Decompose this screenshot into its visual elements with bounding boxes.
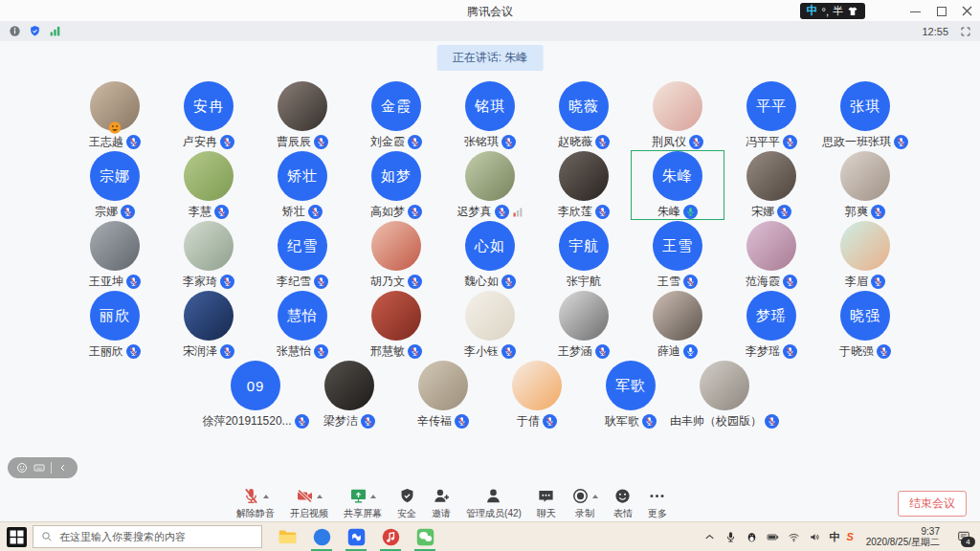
participant-name: 梁梦洁 — [323, 413, 358, 430]
collapse-chevron-icon[interactable] — [57, 462, 69, 474]
taskbar-clock[interactable]: 9:37 2020/8/25/星期二 — [866, 526, 940, 547]
toolbar-item-mic-off[interactable]: 解除静音 — [236, 485, 275, 520]
participant-tile[interactable]: 宗娜宗娜 — [68, 150, 162, 220]
participant-tile[interactable]: 李家琦 — [162, 220, 256, 290]
participant-tile[interactable]: 薛迪 — [631, 290, 724, 360]
participant-tile[interactable]: 梁梦洁 — [302, 360, 396, 430]
security-shield-icon[interactable] — [29, 25, 41, 37]
participant-tile[interactable]: 纪雪李纪雪 — [256, 220, 349, 290]
participant-tile[interactable]: 由丰帅（校园版） — [678, 360, 771, 430]
caret-up-icon[interactable] — [263, 495, 269, 498]
participant-tile[interactable]: 李慧 — [162, 150, 256, 220]
participant-tile[interactable]: 安冉卢安冉 — [162, 80, 256, 150]
taskbar-app-meeting[interactable] — [343, 522, 369, 551]
participant-tile[interactable]: 胡乃文 — [349, 220, 443, 290]
close-button[interactable] — [962, 6, 972, 16]
participant-tile[interactable]: 晓强于晓强 — [818, 290, 912, 360]
minimize-button[interactable] — [910, 6, 921, 16]
participant-tile[interactable]: 平平冯平平 — [724, 80, 818, 150]
participant-name: 耿军歌 — [605, 413, 639, 430]
toolbar-item-camera-off[interactable]: 开启视频 — [290, 485, 328, 520]
participant-tile[interactable]: 王志越 — [68, 80, 162, 150]
toolbar-item-record[interactable]: 录制 — [571, 485, 598, 520]
maximize-button[interactable] — [936, 6, 947, 16]
participant-tile[interactable]: 王梦涵 — [537, 290, 631, 360]
participant-tile[interactable]: 铭琪张铭琪 — [443, 80, 537, 150]
toolbar-item-more[interactable]: 更多 — [648, 485, 667, 520]
tray-battery-icon[interactable] — [766, 530, 780, 544]
caret-up-icon[interactable] — [317, 495, 323, 498]
avatar — [653, 81, 702, 131]
toolbar-item-screen-share[interactable]: 共享屏幕 — [344, 485, 382, 520]
taskbar-app-music[interactable] — [377, 522, 404, 551]
tray-qq-icon[interactable] — [745, 530, 759, 544]
keyboard-icon[interactable] — [33, 462, 45, 474]
participant-tile[interactable]: 晓薇赵晓薇 — [537, 80, 631, 150]
toolbar-item-emoji[interactable]: 表情 — [613, 485, 633, 520]
participant-tile[interactable]: 慧怡张慧怡 — [256, 290, 349, 360]
participant-tile[interactable]: 王亚坤 — [68, 220, 162, 290]
tray-chevron-up-icon[interactable] — [702, 530, 717, 544]
participant-tile[interactable]: 如梦高如梦 — [349, 150, 443, 220]
participant-tile[interactable]: 矫壮矫壮 — [256, 150, 349, 220]
participant-tile[interactable]: 于倩 — [490, 360, 584, 430]
participant-tile[interactable]: 曹辰辰 — [256, 80, 349, 150]
participant-tile[interactable]: 郭爽 — [818, 150, 912, 220]
caret-up-icon[interactable] — [370, 495, 376, 498]
participant-tile[interactable]: 心如魏心如 — [443, 220, 537, 290]
mic-muted-icon — [783, 135, 797, 149]
participant-tile[interactable]: 范海霞 — [724, 220, 818, 290]
tray-mic-icon[interactable] — [724, 530, 738, 544]
toolbar-item-invite[interactable]: 邀请 — [432, 485, 451, 520]
fullscreen-icon[interactable] — [960, 26, 971, 37]
ime-toolbar-pill[interactable] — [8, 457, 78, 478]
window-controls — [910, 0, 972, 21]
participant-tile[interactable]: 辛传福 — [396, 360, 490, 430]
action-center-icon[interactable]: 4 — [953, 527, 974, 546]
participant-tile[interactable]: 梦瑶李梦瑶 — [724, 290, 818, 360]
tray-network-icon[interactable] — [787, 530, 801, 544]
end-meeting-button[interactable]: 结束会议 — [898, 491, 967, 517]
mic-speaking-icon — [683, 205, 698, 219]
participant-tile[interactable]: 张琪思政一班张琪 — [818, 80, 912, 150]
participant-tile[interactable]: 荆凤仪 — [631, 80, 724, 150]
start-button[interactable] — [0, 522, 33, 551]
taskbar-app-wechat[interactable] — [412, 522, 438, 551]
participant-tile[interactable]: 09徐萍201911520... — [209, 360, 302, 430]
participant-tile[interactable]: 李眉 — [818, 220, 912, 290]
meeting-info-icon[interactable] — [9, 25, 21, 37]
participant-tile[interactable]: 宋娜 — [724, 150, 818, 220]
caret-up-icon[interactable] — [592, 495, 598, 498]
participant-tile[interactable]: 李欣莲 — [537, 150, 631, 220]
emoji-panel-icon[interactable] — [16, 462, 28, 474]
toolbar-item-chat[interactable]: 聊天 — [537, 485, 556, 520]
taskbar-app-explorer[interactable] — [274, 522, 301, 551]
ime-indicator[interactable]: 中 °, 半 — [800, 3, 865, 19]
sogou-ime-icon[interactable]: S — [846, 531, 853, 542]
taskbar-app-browser[interactable] — [308, 522, 335, 551]
tray-volume-icon[interactable] — [808, 530, 822, 544]
participant-grid: 王志越安冉卢安冉曹辰辰金霞刘金霞铭琪张铭琪晓薇赵晓薇荆凤仪平平冯平平张琪思政一班… — [0, 80, 980, 430]
avatar — [90, 81, 140, 131]
participant-name: 邢慧敏 — [370, 343, 405, 360]
participant-tile[interactable]: 王雪王雪 — [631, 220, 724, 290]
tray-ime-indicator[interactable]: 中 — [829, 530, 839, 544]
participant-tile[interactable]: 金霞刘金霞 — [349, 80, 443, 150]
screen-share-icon — [349, 487, 368, 505]
toolbar-item-members[interactable]: 管理成员(42) — [466, 485, 522, 520]
network-quality-icon[interactable] — [49, 25, 61, 37]
avatar-initials: 金霞 — [381, 98, 412, 116]
participant-tile[interactable]: 宋润泽 — [162, 290, 256, 360]
participant-tile[interactable]: 迟梦真 — [443, 150, 537, 220]
taskbar-search-input[interactable]: 在这里输入你要搜索的内容 — [33, 525, 262, 548]
participant-tile[interactable]: 丽欣王丽欣 — [68, 290, 162, 360]
participant-tile[interactable]: 朱峰朱峰 — [631, 150, 724, 220]
participant-name: 胡乃文 — [370, 274, 405, 290]
mic-muted-icon — [783, 275, 797, 289]
toolbar-item-shield[interactable]: 安全 — [397, 485, 416, 520]
participant-tile[interactable]: 宇航张宇航 — [537, 220, 631, 290]
avatar: 纪雪 — [278, 221, 327, 271]
participant-tile[interactable]: 军歌耿军歌 — [584, 360, 678, 430]
participant-tile[interactable]: 李小钰 — [443, 290, 537, 360]
participant-tile[interactable]: 邢慧敏 — [349, 290, 443, 360]
